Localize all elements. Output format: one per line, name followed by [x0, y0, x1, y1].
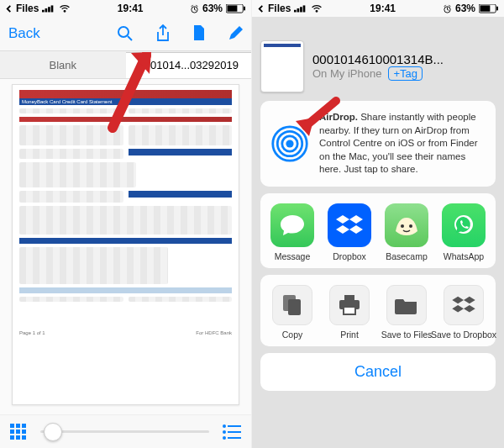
document-page: MoneyBack Card Credit Card Statement	[12, 84, 239, 405]
status-bar-right: Files 19:41 63%	[252, 0, 504, 17]
svg-rect-3	[51, 5, 54, 12]
status-back-label[interactable]: Files	[16, 3, 39, 14]
svg-point-20	[223, 430, 226, 434]
svg-rect-6	[227, 5, 237, 11]
svg-rect-21	[228, 431, 241, 433]
action-save-dropbox[interactable]: Save to Dropbox	[437, 285, 491, 340]
svg-rect-27	[303, 5, 306, 12]
edit-icon[interactable]	[228, 26, 243, 41]
svg-rect-17	[22, 435, 26, 440]
svg-rect-7	[244, 6, 245, 10]
app-dropbox[interactable]: Dropbox	[323, 203, 376, 261]
svg-rect-23	[228, 437, 241, 439]
airdrop-icon	[270, 124, 309, 163]
tab-blank[interactable]: Blank	[0, 52, 126, 78]
toolbar: Back	[0, 17, 251, 50]
cancel-button[interactable]: Cancel	[260, 353, 496, 391]
document-viewer[interactable]: MoneyBack Card Credit Card Statement	[0, 79, 251, 414]
svg-point-22	[223, 436, 226, 440]
page-footer-left: Page 1 of 1	[19, 330, 45, 335]
action-save-files[interactable]: Save to Files	[380, 285, 433, 340]
app-basecamp[interactable]: Basecamp	[380, 203, 433, 261]
svg-rect-24	[294, 10, 297, 13]
list-icon[interactable]	[223, 424, 241, 440]
svg-rect-2	[48, 7, 50, 12]
status-time: 19:41	[118, 3, 144, 14]
action-copy[interactable]: Copy	[265, 285, 319, 340]
svg-rect-11	[22, 424, 26, 428]
sheet-header: 0001014610001314B... On My iPhone +Tag	[260, 40, 496, 92]
app-whatsapp[interactable]: WhatsApp	[437, 203, 491, 261]
svg-rect-43	[344, 307, 355, 314]
svg-point-32	[286, 140, 293, 147]
svg-point-37	[409, 224, 412, 228]
action-row: Copy Print Save to Files Save to Dropbox	[260, 275, 496, 346]
airdrop-box[interactable]: AirDrop. Share instantly with people nea…	[260, 101, 496, 187]
svg-rect-14	[22, 430, 26, 434]
svg-rect-9	[10, 424, 14, 428]
svg-rect-31	[496, 6, 498, 10]
bottom-bar	[0, 414, 251, 448]
app-row: Message Dropbox Basecamp WhatsApp	[260, 193, 496, 268]
file-location: On My iPhone	[312, 67, 381, 80]
signal-icon	[42, 4, 55, 13]
svg-rect-19	[228, 425, 241, 427]
page-footer-right: For HDFC Bank	[196, 330, 232, 335]
wifi-icon	[59, 4, 71, 13]
svg-rect-1	[45, 8, 48, 12]
svg-rect-41	[344, 295, 354, 300]
file-title: 0001014610001314B...	[312, 52, 496, 66]
svg-point-18	[223, 424, 226, 428]
back-button[interactable]: Back	[8, 25, 40, 42]
svg-rect-25	[297, 8, 300, 12]
svg-rect-0	[42, 10, 45, 13]
svg-rect-16	[16, 435, 20, 440]
svg-rect-26	[300, 7, 302, 12]
svg-rect-13	[16, 430, 20, 434]
airdrop-text: AirDrop. Share instantly with people nea…	[319, 111, 486, 177]
status-bar: Files 19:41 63%	[0, 0, 251, 17]
app-message[interactable]: Message	[265, 203, 319, 261]
svg-rect-12	[10, 430, 14, 434]
right-pane: Files 19:41 63% 0001014610001314B... On …	[252, 0, 504, 448]
file-thumbnail	[260, 40, 304, 92]
svg-rect-30	[480, 5, 490, 11]
tab-file[interactable]: 0001014...03292019	[126, 52, 252, 78]
document-icon[interactable]	[192, 25, 206, 42]
svg-rect-10	[16, 424, 20, 428]
left-pane: Files 19:41 63% Back Blank 0001014...032…	[0, 0, 252, 448]
svg-point-8	[118, 27, 129, 37]
svg-rect-40	[288, 299, 301, 315]
svg-rect-15	[10, 435, 14, 440]
svg-point-36	[401, 224, 404, 228]
tag-button[interactable]: +Tag	[388, 66, 423, 81]
grid-icon[interactable]	[10, 424, 27, 440]
zoom-slider[interactable]	[40, 430, 209, 433]
share-icon[interactable]	[155, 24, 171, 43]
action-print[interactable]: Print	[323, 285, 376, 340]
alarm-icon	[190, 4, 199, 13]
battery-percent: 63%	[202, 3, 223, 14]
tab-strip: Blank 0001014...03292019	[0, 50, 251, 79]
share-sheet: 0001014610001314B... On My iPhone +Tag A…	[252, 17, 504, 448]
battery-icon	[226, 4, 246, 13]
search-icon[interactable]	[117, 25, 134, 42]
